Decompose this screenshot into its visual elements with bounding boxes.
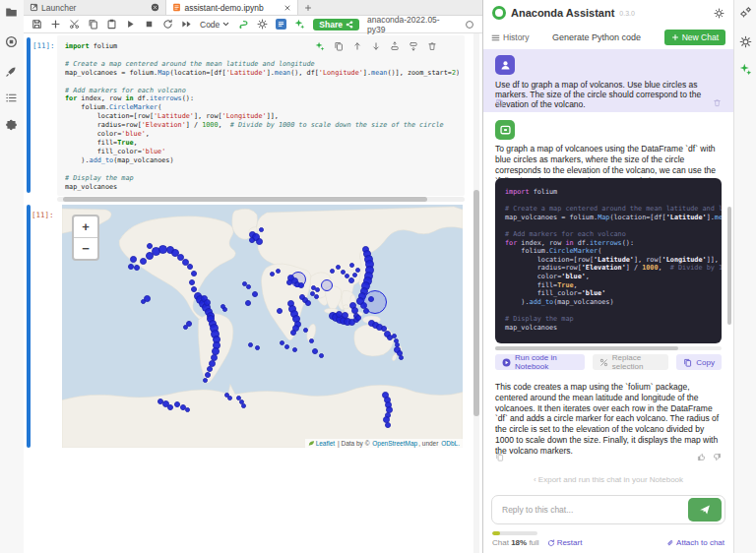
- volcano-marker[interactable]: [203, 378, 208, 383]
- restart-run-all-icon[interactable]: [181, 19, 192, 30]
- code-hscrollbar-thumb[interactable]: [495, 346, 678, 350]
- volcano-marker[interactable]: [392, 334, 397, 338]
- replace-selection-button[interactable]: Replace selection: [593, 354, 668, 370]
- volcano-marker[interactable]: [314, 294, 319, 299]
- volcano-marker-large[interactable]: [321, 279, 333, 291]
- extensions-icon[interactable]: [5, 119, 18, 132]
- volcano-marker[interactable]: [183, 325, 188, 330]
- volcano-marker[interactable]: [284, 344, 289, 349]
- running-kernels-icon[interactable]: [5, 35, 18, 48]
- volcano-marker[interactable]: [309, 338, 314, 343]
- history-button[interactable]: History: [491, 32, 529, 42]
- paste-cell-icon[interactable]: [106, 19, 117, 30]
- notebook-scrollbar-thumb[interactable]: [473, 190, 479, 416]
- comment-panel-icon[interactable]: [276, 19, 286, 30]
- volcano-marker[interactable]: [130, 256, 137, 263]
- assistant-sparkle-icon[interactable]: [294, 19, 305, 30]
- volcano-marker[interactable]: [336, 265, 341, 270]
- volcano-marker[interactable]: [222, 307, 227, 312]
- zoom-out-button[interactable]: −: [74, 238, 97, 259]
- volcano-marker[interactable]: [277, 308, 283, 314]
- tab-launcher[interactable]: Launcher: [24, 0, 166, 15]
- close-circle-icon[interactable]: [151, 3, 159, 12]
- assistant-settings-icon[interactable]: [714, 8, 724, 19]
- close-icon[interactable]: [284, 4, 291, 12]
- active-cell-indicator[interactable]: [27, 37, 31, 193]
- volcano-marker[interactable]: [259, 227, 264, 232]
- assistant-scrollbar-thumb[interactable]: [727, 207, 731, 325]
- copy-code-button[interactable]: Copy: [676, 354, 722, 370]
- code-cell-source[interactable]: import folium # Create a map centered ar…: [65, 42, 459, 192]
- volcano-marker[interactable]: [352, 273, 357, 277]
- insert-cell-icon[interactable]: [50, 19, 61, 30]
- volcano-marker[interactable]: [252, 291, 258, 297]
- volcano-marker[interactable]: [256, 238, 263, 245]
- anaconda-launcher-icon[interactable]: [5, 65, 18, 78]
- stop-kernel-icon[interactable]: [144, 19, 155, 30]
- volcano-marker[interactable]: [312, 348, 318, 354]
- copy-cell-icon[interactable]: [88, 19, 98, 30]
- volcano-marker[interactable]: [245, 300, 251, 306]
- share-button[interactable]: Share: [313, 19, 359, 31]
- tab-notebook[interactable]: assistant-demo.ipynb: [166, 0, 297, 15]
- debugger-gear-icon[interactable]: [739, 35, 752, 48]
- new-chat-button[interactable]: New Chat: [664, 30, 725, 45]
- volcano-marker[interactable]: [348, 277, 354, 283]
- volcano-marker[interactable]: [276, 269, 281, 274]
- volcano-marker[interactable]: [355, 315, 361, 321]
- volcano-marker[interactable]: [355, 268, 360, 273]
- volcano-marker[interactable]: [141, 299, 146, 304]
- cell-type-dropdown[interactable]: Code: [200, 20, 230, 30]
- volcano-marker[interactable]: [134, 265, 140, 271]
- volcano-marker[interactable]: [303, 328, 308, 333]
- file-browser-icon[interactable]: [5, 6, 18, 19]
- thumbs-up-icon[interactable]: [697, 453, 706, 461]
- volcano-marker[interactable]: [191, 271, 197, 276]
- export-chat-link[interactable]: ‹ Export and run this chat in your Noteb…: [483, 475, 733, 484]
- volcano-marker[interactable]: [191, 286, 197, 292]
- cell-hscrollbar-thumb[interactable]: [63, 197, 427, 202]
- zoom-in-button[interactable]: +: [74, 216, 97, 238]
- osm-link[interactable]: OpenStreetMap: [372, 440, 417, 447]
- volcano-marker[interactable]: [349, 263, 354, 268]
- volcano-marker[interactable]: [174, 401, 180, 407]
- assistant-code-block[interactable]: import folium # Create a map centered ar…: [495, 178, 722, 343]
- volcano-marker[interactable]: [255, 345, 260, 350]
- chat-input[interactable]: Reply to this chat...: [491, 495, 725, 524]
- volcano-marker[interactable]: [187, 264, 193, 270]
- run-code-button[interactable]: Run code in Notebook: [495, 354, 585, 370]
- volcano-marker[interactable]: [305, 300, 311, 306]
- volcano-marker[interactable]: [270, 272, 275, 276]
- volcano-marker[interactable]: [315, 287, 320, 292]
- volcano-marker[interactable]: [292, 347, 297, 352]
- volcano-marker[interactable]: [227, 396, 232, 400]
- send-button[interactable]: [688, 498, 722, 522]
- odbl-link[interactable]: ODbL.: [441, 440, 460, 447]
- volcano-marker[interactable]: [290, 330, 296, 336]
- copy-response-icon[interactable]: [495, 453, 504, 461]
- thumbs-down-icon[interactable]: [713, 453, 722, 461]
- settings-gear-icon[interactable]: [257, 19, 268, 30]
- copy-message-icon[interactable]: [495, 98, 504, 107]
- volcano-marker[interactable]: [189, 279, 195, 285]
- volcano-marker[interactable]: [167, 404, 173, 410]
- volcano-marker[interactable]: [246, 284, 251, 289]
- assistant-panel-icon[interactable]: [739, 63, 752, 76]
- new-tab-button[interactable]: [298, 0, 318, 15]
- restart-kernel-icon[interactable]: [162, 19, 173, 30]
- output-cell-indicator[interactable]: [27, 205, 31, 448]
- leaflet-link[interactable]: Leaflet: [316, 440, 336, 447]
- volcano-marker[interactable]: [399, 355, 404, 360]
- table-of-contents-icon[interactable]: [5, 92, 18, 104]
- attach-to-chat-button[interactable]: Attach to chat: [666, 538, 724, 547]
- volcano-marker[interactable]: [128, 264, 134, 270]
- volcano-marker[interactable]: [319, 353, 324, 358]
- volcano-marker[interactable]: [249, 237, 255, 243]
- volcano-marker[interactable]: [280, 340, 284, 345]
- volcano-marker[interactable]: [248, 342, 253, 347]
- save-icon[interactable]: [32, 19, 42, 30]
- delete-message-icon[interactable]: [713, 98, 722, 107]
- volcano-marker-large[interactable]: [363, 290, 387, 314]
- volcano-marker[interactable]: [147, 243, 153, 249]
- run-cell-icon[interactable]: [125, 19, 136, 30]
